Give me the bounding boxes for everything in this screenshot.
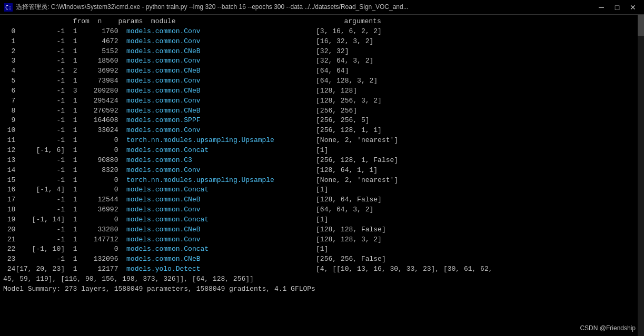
table-row: 0 -1 1 1760 models.common.Conv[3, 16, 6,… <box>3 27 641 37</box>
svg-text:C:: C: <box>5 5 12 11</box>
header-row: from n params module arguments <box>3 17 641 27</box>
rows-container: 0 -1 1 1760 models.common.Conv[3, 16, 6,… <box>3 27 641 274</box>
table-row: 19 [-1, 14] 1 0 models.common.Concat[1] <box>3 215 641 225</box>
cmd-icon: C: <box>4 3 13 12</box>
table-row: 12 [-1, 6] 1 0 models.common.Concat[1] <box>3 146 641 156</box>
last-line: 45, 59, 119], [116, 90, 156, 198, 373, 3… <box>3 274 641 284</box>
close-button[interactable]: ✕ <box>626 2 640 13</box>
title-bar-text: 选择管理员: C:\Windows\System32\cmd.exe - pyt… <box>16 3 595 12</box>
summary-line: Model Summary: 273 layers, 1588049 param… <box>3 284 641 294</box>
table-row: 14 -1 1 8320 models.common.Conv[128, 64,… <box>3 166 641 176</box>
table-row: 4 -1 2 36992 models.common.CNeB[64, 64] <box>3 66 641 76</box>
table-row: 13 -1 1 90880 models.common.C3[256, 128,… <box>3 156 641 166</box>
scrollbar[interactable] <box>638 15 644 336</box>
table-row: 11 -1 1 0 torch.nn.modules.upsampling.Up… <box>3 136 641 146</box>
table-row: 18 -1 1 36992 models.common.Conv[64, 64,… <box>3 205 641 215</box>
table-row: 3 -1 1 18560 models.common.Conv[32, 64, … <box>3 56 641 66</box>
table-row: 15 -1 1 0 torch.nn.modules.upsampling.Up… <box>3 176 641 186</box>
table-row: 22 [-1, 10] 1 0 models.common.Concat[1] <box>3 245 641 254</box>
table-row: 7 -1 1 295424 models.common.Conv[128, 25… <box>3 96 641 106</box>
table-row: 24[17, 20, 23] 1 12177 models.yolo.Detec… <box>3 264 641 274</box>
table-row: 5 -1 1 73984 models.common.Conv[64, 128,… <box>3 76 641 86</box>
terminal: from n params module arguments 0 -1 1 17… <box>0 15 644 336</box>
table-row: 10 -1 1 33024 models.common.Conv[256, 12… <box>3 126 641 136</box>
table-row: 21 -1 1 147712 models.common.Conv[128, 1… <box>3 235 641 245</box>
minimize-button[interactable]: ─ <box>595 2 608 13</box>
table-row: 1 -1 1 4672 models.common.Conv[16, 32, 3… <box>3 37 641 47</box>
scrollbar-thumb[interactable] <box>638 15 644 36</box>
table-row: 8 -1 1 270592 models.common.CNeB[256, 25… <box>3 106 641 116</box>
table-row: 23 -1 1 132096 models.common.CNeB[256, 2… <box>3 254 641 264</box>
title-bar: C: 选择管理员: C:\Windows\System32\cmd.exe - … <box>0 0 644 15</box>
table-row: 9 -1 1 164608 models.common.SPPF[256, 25… <box>3 116 641 126</box>
table-row: 20 -1 1 33280 models.common.CNeB[128, 12… <box>3 225 641 235</box>
table-row: 17 -1 1 12544 models.common.CNeB[128, 64… <box>3 195 641 205</box>
maximize-button[interactable]: □ <box>610 2 624 13</box>
table-row: 6 -1 3 209280 models.common.CNeB[128, 12… <box>3 86 641 96</box>
table-row: 16 [-1, 4] 1 0 models.common.Concat[1] <box>3 185 641 195</box>
brand-label: CSDN @Friendship <box>580 324 636 332</box>
table-row: 2 -1 1 5152 models.common.CNeB[32, 32] <box>3 47 641 57</box>
title-bar-controls: ─ □ ✕ <box>595 2 640 13</box>
